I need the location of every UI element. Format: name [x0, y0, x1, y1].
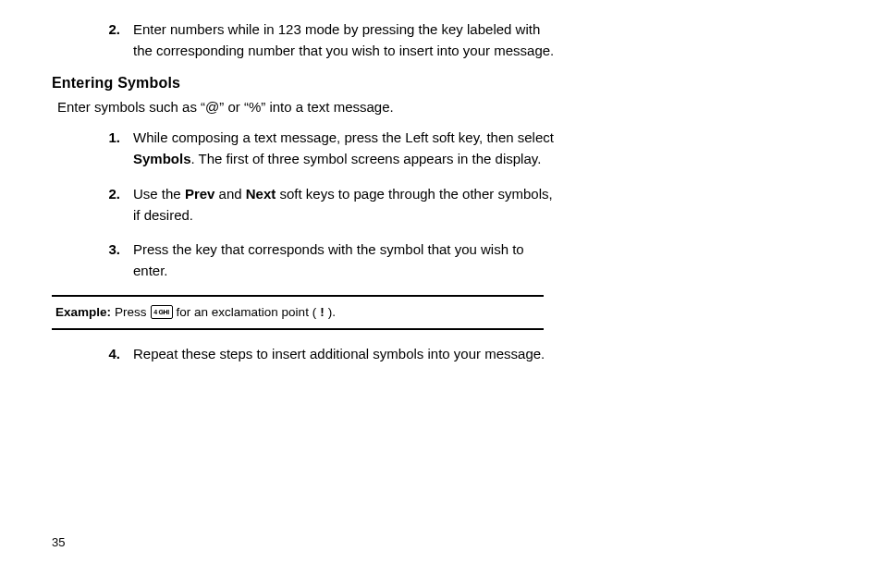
- numbered-item: 3. Press the key that corresponds with t…: [80, 239, 830, 282]
- page-number: 35: [52, 535, 65, 549]
- numbered-item: 2. Enter numbers while in 123 mode by pr…: [80, 18, 830, 62]
- key-4ghi-icon: 4 GHI: [151, 305, 173, 319]
- item-text: Use the Prev and Next soft keys to page …: [133, 183, 558, 227]
- item-text: Repeat these steps to insert additional …: [133, 343, 558, 364]
- item-number: 1.: [80, 127, 133, 170]
- text-span: . The first of three symbol screens appe…: [191, 151, 542, 166]
- example-box: Example: Press 4 GHI for an exclamation …: [52, 295, 544, 331]
- item-number: 3.: [80, 239, 133, 282]
- example-post-b: ).: [328, 304, 336, 322]
- numbered-item: 1. While composing a text message, press…: [80, 127, 830, 170]
- item-number: 2.: [80, 18, 133, 62]
- item-text: While composing a text message, press th…: [133, 127, 558, 170]
- bold-text: Next: [246, 186, 276, 202]
- text-span: Use the: [133, 186, 185, 202]
- document-page: 2. Enter numbers while in 123 mode by pr…: [0, 0, 882, 588]
- section-heading: Entering Symbols: [52, 75, 830, 92]
- text-span: and: [214, 186, 245, 202]
- item-text: Press the key that corresponds with the …: [133, 239, 558, 282]
- example-bold: !: [320, 304, 325, 322]
- numbered-item: 2. Use the Prev and Next soft keys to pa…: [80, 183, 830, 227]
- numbered-item: 4. Repeat these steps to insert addition…: [80, 343, 830, 364]
- example-label: Example:: [55, 304, 111, 322]
- bold-text: Symbols: [133, 151, 191, 166]
- text-span: While composing a text message, press th…: [133, 129, 554, 145]
- example-pre: Press: [115, 304, 147, 322]
- bold-text: Prev: [185, 186, 215, 202]
- item-text: Enter numbers while in 123 mode by press…: [133, 18, 558, 62]
- item-number: 2.: [80, 183, 133, 227]
- example-post-a: for an exclamation point (: [177, 304, 317, 322]
- item-number: 4.: [80, 343, 133, 364]
- section-intro: Enter symbols such as “@” or “%” into a …: [57, 97, 830, 118]
